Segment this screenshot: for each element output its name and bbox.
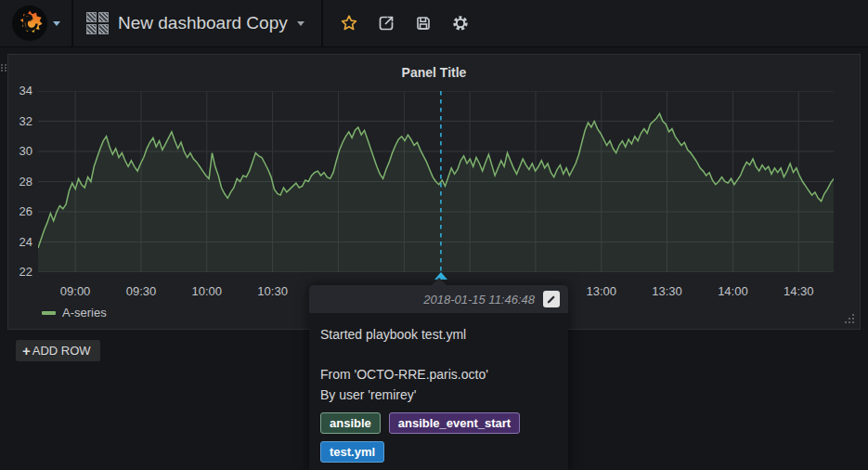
annotation-tags: ansibleansible_event_starttest.yml [320, 412, 557, 463]
navbar: New dashboard Copy [0, 0, 868, 47]
y-axis-tick-label: 26 [8, 204, 32, 219]
dashboard-title-menu[interactable]: New dashboard Copy [73, 0, 323, 46]
navbar-actions [323, 0, 479, 46]
x-axis-tick-label: 13:30 [652, 284, 682, 298]
legend-series-color [42, 311, 56, 315]
x-axis-tick-label: 14:30 [784, 284, 814, 298]
legend-series-label[interactable]: A-series [62, 306, 107, 320]
pencil-icon [546, 294, 557, 305]
share-dashboard-button[interactable] [368, 0, 405, 47]
dashboard-title: New dashboard Copy [118, 13, 288, 33]
annotation-user: By user 'remirey' [320, 385, 557, 405]
tooltip-header: 2018-01-15 11:46:48 [309, 285, 568, 313]
chart-plot-area[interactable] [38, 91, 834, 272]
panel-resize-handle[interactable] [841, 314, 855, 326]
grafana-logo-icon [12, 6, 47, 41]
y-axis-tick-label: 34 [8, 84, 32, 98]
y-axis-tick-label: 24 [8, 235, 32, 250]
x-axis-tick-label: 09:30 [126, 284, 157, 298]
chevron-down-icon [297, 21, 304, 26]
annotation-source: From 'OCTO-RRE.paris.octo' [320, 364, 557, 385]
x-axis-tick-label: 10:30 [257, 284, 288, 298]
save-icon [414, 14, 433, 33]
y-axis-tick-label: 30 [8, 144, 32, 159]
x-axis-tick-label: 14:00 [718, 284, 748, 298]
row-drag-handle[interactable] [1, 64, 7, 78]
x-axis-tick-label: 10:00 [191, 284, 222, 298]
save-dashboard-button[interactable] [405, 0, 442, 47]
annotation-tooltip: 2018-01-15 11:46:48 Started playbook tes… [309, 285, 568, 470]
org-menu-button[interactable] [0, 0, 73, 46]
y-axis-tick-label: 28 [8, 175, 32, 189]
annotation-tag[interactable]: ansible_event_start [389, 412, 520, 434]
settings-gear-icon [451, 14, 470, 33]
add-row-button[interactable]: + ADD ROW [16, 340, 100, 361]
star-icon [340, 14, 358, 33]
annotation-timestamp: 2018-01-15 11:46:48 [423, 293, 535, 307]
annotation-message: Started playbook test.yml [320, 327, 557, 342]
add-row-label: ADD ROW [32, 344, 91, 358]
dashboard-grid-icon [86, 12, 109, 34]
share-icon [377, 14, 395, 33]
legend: A-series [42, 306, 107, 320]
star-dashboard-button[interactable] [330, 0, 368, 47]
plus-icon: + [22, 344, 31, 358]
edit-annotation-button[interactable] [543, 291, 560, 307]
x-axis-tick-label: 13:00 [586, 284, 616, 298]
y-axis-tick-label: 32 [8, 114, 32, 129]
time-series-chart [38, 91, 834, 272]
tooltip-arrow [432, 278, 447, 285]
y-axis-tick-label: 22 [8, 265, 32, 280]
x-axis-tick-label: 09:00 [60, 284, 91, 298]
dashboard-settings-button[interactable] [442, 0, 479, 47]
chevron-down-icon [53, 21, 60, 26]
annotation-tag[interactable]: ansible [320, 412, 381, 434]
y-axis: 34323028262422 [8, 91, 32, 272]
panel-title[interactable]: Panel Title [8, 65, 860, 80]
tooltip-body: Started playbook test.yml From 'OCTO-RRE… [309, 313, 568, 470]
annotation-tag[interactable]: test.yml [320, 441, 384, 463]
